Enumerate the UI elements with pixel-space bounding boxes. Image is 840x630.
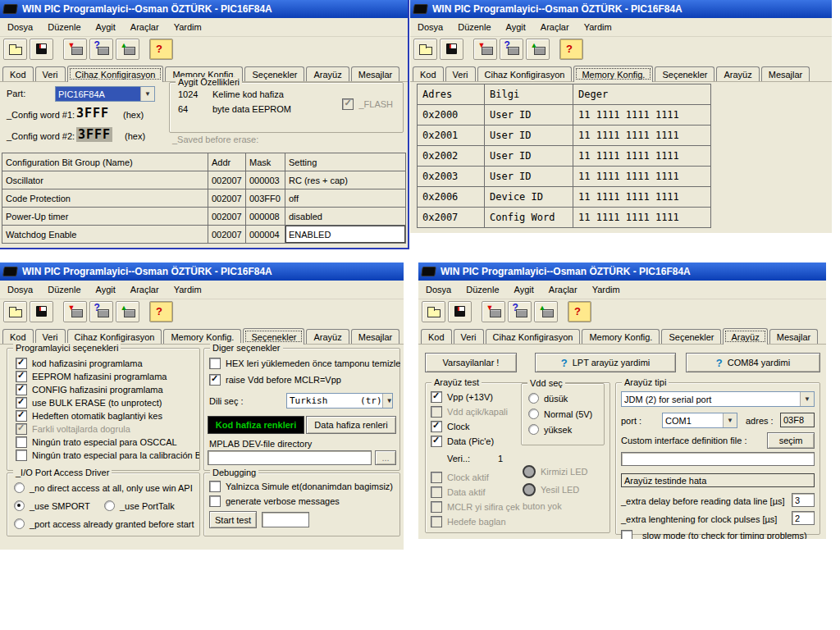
config-bit-setting[interactable]: ENABLED <box>285 226 406 244</box>
menu-item[interactable]: Düzenle <box>450 22 498 32</box>
menu-item[interactable]: Dosya <box>418 285 459 294</box>
checkbox-row[interactable]: Ningún trato especial para OSCCAL <box>16 436 199 449</box>
simulate-checkbox-row[interactable]: Yalnizca Simule et(donanimdan bagimsiz) <box>209 480 393 493</box>
browse-button[interactable]: ... <box>375 450 396 465</box>
tab[interactable]: Mesajlar <box>769 329 819 344</box>
checkbox-row[interactable]: kod hafizasini programlama <box>16 357 199 370</box>
tab[interactable]: Mesajlar <box>761 66 810 81</box>
checkbox-row[interactable]: Clock <box>431 419 508 434</box>
checkbox-row[interactable]: Clock aktif <box>431 470 520 485</box>
raise-vdd-checkbox-row[interactable]: raise Vdd before MCLR=Vpp <box>209 373 341 386</box>
radio-button[interactable] <box>528 393 539 404</box>
toolbar-button[interactable] <box>413 39 437 60</box>
menu-item[interactable]: Araçlar <box>123 22 167 32</box>
chevron-down-icon[interactable]: ▼ <box>800 392 814 406</box>
radio-use-smport[interactable]: _use SMPORT <box>14 498 90 514</box>
menu-item[interactable]: Düzenle <box>459 285 506 294</box>
checkbox[interactable] <box>16 423 27 435</box>
lpt-help-button[interactable]: ? LPT arayüz yardimi <box>535 353 676 372</box>
tab[interactable]: Seçenekler <box>243 328 304 345</box>
defaults-button[interactable]: Varsayilanlar ! <box>425 353 517 372</box>
checkbox[interactable] <box>431 501 442 513</box>
menu-item[interactable]: Dosya <box>0 22 40 32</box>
radio-button[interactable] <box>14 500 25 511</box>
menu-item[interactable]: Dosya <box>0 285 40 294</box>
toolbar-button[interactable] <box>3 301 27 322</box>
checkbox[interactable] <box>431 406 442 418</box>
tab[interactable]: Memory Konfig. <box>573 66 653 82</box>
radio-button[interactable] <box>14 482 25 493</box>
table-row[interactable]: 0x2001 User ID 11 1111 1111 1111 <box>418 126 711 146</box>
menu-item[interactable]: Araçlar <box>533 22 577 32</box>
checkbox-row[interactable]: MCLR yi sifira çek <box>431 500 520 514</box>
toolbar-button[interactable] <box>116 301 139 322</box>
port-combobox[interactable]: COM1 ▼ <box>662 413 737 428</box>
table-row[interactable]: 0x2006 Device ID 11 1111 1111 1111 <box>418 187 711 208</box>
test-value-input[interactable] <box>262 512 309 527</box>
checkbox[interactable] <box>431 391 442 403</box>
code-memory-colors-button[interactable]: Kod hafiza renkleri <box>208 416 304 434</box>
menu-item[interactable]: Aygit <box>89 22 123 32</box>
tab[interactable]: Seçenekler <box>661 329 721 344</box>
checkbox[interactable] <box>209 495 221 507</box>
tab[interactable]: Kod <box>2 66 34 81</box>
tab[interactable]: Cihaz Konfigirasyon <box>477 66 573 81</box>
tab[interactable]: Cihaz Konfigirasyon <box>67 66 164 82</box>
checkbox[interactable] <box>431 421 442 432</box>
titlebar[interactable]: WIN PIC Programlayici--Osman ÖZTÜRK - PI… <box>410 0 832 18</box>
radio-row[interactable]: düsük <box>528 390 604 406</box>
tab[interactable]: Seçenekler <box>244 66 304 81</box>
com84-help-button[interactable]: ? COM84 yardimi <box>686 353 820 372</box>
clock-lengthen-input[interactable] <box>792 511 815 525</box>
tab[interactable]: Cihaz Konfigirasyon <box>486 329 581 344</box>
radio-button[interactable] <box>104 500 115 511</box>
language-combobox[interactable]: Turkish (tr) ▼ <box>286 393 393 409</box>
toolbar-button[interactable] <box>508 301 532 322</box>
tab[interactable]: Kod <box>2 329 34 344</box>
table-row[interactable]: 0x2000 User ID 11 1111 1111 1111 <box>418 105 711 126</box>
checkbox[interactable] <box>16 397 27 409</box>
tab[interactable]: Kod <box>421 329 452 344</box>
toolbar-button[interactable] <box>63 301 87 322</box>
checkbox-row[interactable]: EEPROM hafizasini programlama <box>16 370 199 383</box>
tab[interactable]: Mesajlar <box>351 66 400 81</box>
checkbox[interactable] <box>209 358 221 369</box>
memory-value[interactable]: 11 1111 1111 1111 <box>573 146 711 167</box>
chevron-down-icon[interactable]: ▼ <box>723 413 737 427</box>
menu-item[interactable]: Yardim <box>167 285 209 294</box>
table-row[interactable]: Power-Up timer 002007 000008 disabled <box>2 208 406 226</box>
config-bit-setting[interactable]: RC (res + cap) <box>285 171 406 189</box>
table-row[interactable]: 0x2002 User ID 11 1111 1111 1111 <box>418 146 711 167</box>
flash-checkbox-row[interactable]: _FLASH <box>342 98 393 111</box>
toolbar-button[interactable] <box>440 39 463 60</box>
checkbox[interactable] <box>431 436 442 447</box>
mplab-dir-input[interactable] <box>208 450 372 465</box>
radio-port-access-granted[interactable]: _port access already granted before star… <box>14 516 194 532</box>
checkbox[interactable] <box>16 450 27 461</box>
checkbox-row[interactable]: Data aktif <box>431 485 520 500</box>
radio-use-porttalk[interactable]: _use PortTalk <box>104 498 175 514</box>
tab[interactable]: Arayüz <box>306 66 349 81</box>
memory-value[interactable]: 11 1111 1111 1111 <box>573 187 711 208</box>
tab[interactable]: Seçenekler <box>655 66 714 81</box>
radio-button[interactable] <box>528 409 539 419</box>
toolbar-button[interactable] <box>568 301 591 322</box>
interface-type-combobox[interactable]: JDM (2) for serial port ▼ <box>621 391 815 407</box>
checkbox[interactable] <box>16 436 27 448</box>
table-row[interactable]: Watchdog Enable 002007 000004 ENABLED <box>2 226 406 244</box>
memory-value[interactable]: 11 1111 1111 1111 <box>573 167 711 187</box>
checkbox[interactable] <box>209 481 221 492</box>
checkbox-row[interactable]: Vpp (+13V) <box>431 390 508 404</box>
chevron-down-icon[interactable]: ▼ <box>140 87 154 101</box>
tab[interactable]: Cihaz Konfigirasyon <box>67 329 162 344</box>
toolbar-button[interactable] <box>534 301 558 322</box>
checkbox-row[interactable]: Vdd açik/kapali <box>431 404 508 419</box>
table-row[interactable]: Code Protection 002007 003FF0 off <box>2 189 406 208</box>
radio-no-direct-access[interactable]: _no direct access at all, only use win A… <box>14 480 193 495</box>
data-memory-colors-button[interactable]: Data hafiza renleri <box>306 416 396 434</box>
checkbox[interactable] <box>16 410 27 422</box>
checkbox[interactable] <box>16 384 27 395</box>
part-combobox[interactable]: PIC16F84A ▼ <box>55 86 155 102</box>
tab[interactable]: Arayüz <box>716 66 759 81</box>
clear-buffer-checkbox-row[interactable]: HEX leri yüklemeden önce tamponu temizle <box>209 357 400 370</box>
